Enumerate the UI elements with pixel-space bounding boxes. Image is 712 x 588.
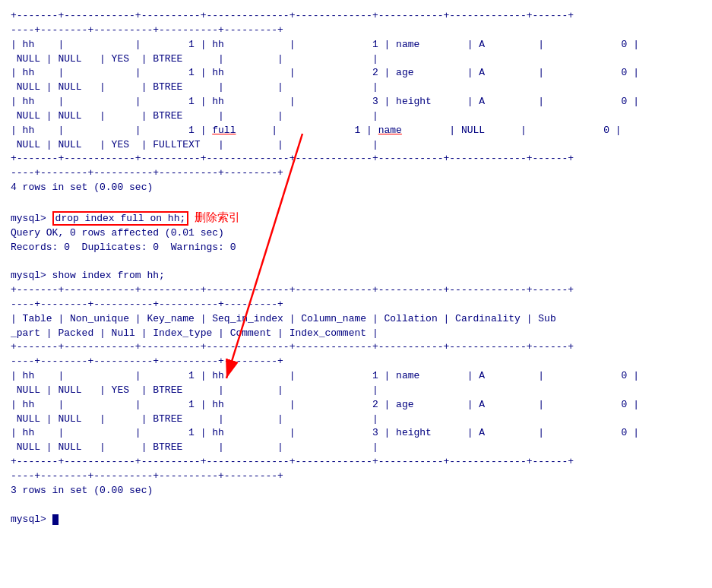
col-headers-1: | Table | Non_unique | Key_name | Seq_in… bbox=[11, 312, 712, 327]
final-prompt[interactable]: mysql> bbox=[11, 513, 712, 527]
empty-3 bbox=[11, 498, 712, 513]
drop-command-line: mysql> drop index full on hh; 删除索引 bbox=[11, 210, 712, 226]
sep-3-2: ----+--------+----------+----------+----… bbox=[11, 355, 712, 369]
row2-hh-height-b: NULL | NULL | | BTREE | | | bbox=[11, 441, 712, 455]
row2-hh-height: | hh | | 1 | hh | 3 | height | A | 0 | bbox=[11, 426, 712, 441]
terminal-window: +-------+------------+----------+-------… bbox=[6, 6, 712, 588]
drop-command-box: drop index full on hh; bbox=[52, 211, 189, 226]
sep-bot-1: +-------+------------+----------+-------… bbox=[11, 152, 712, 166]
full-col-name: name bbox=[378, 125, 402, 136]
empty-1 bbox=[11, 195, 712, 210]
row2-hh-name: | hh | | 1 | hh | 1 | name | A | 0 | bbox=[11, 369, 712, 384]
records-line: Records: 0 Duplicates: 0 Warnings: 0 bbox=[11, 241, 712, 255]
sep-4-1: +-------+------------+----------+-------… bbox=[11, 455, 712, 469]
sep-line-2: ----+--------+----------+----------+----… bbox=[11, 24, 712, 38]
full-index-name: full bbox=[212, 125, 236, 136]
show-index-cmd: mysql> show index from hh; bbox=[11, 269, 712, 283]
sep-4-2: ----+--------+----------+----------+----… bbox=[11, 469, 712, 484]
annotation-label: 删除索引 bbox=[188, 211, 240, 223]
row-hh-age-1b: NULL | NULL | | BTREE | | | bbox=[11, 81, 712, 95]
row-hh-age-1: | hh | | 1 | hh | 2 | age | A | 0 | bbox=[11, 66, 712, 81]
row-hh-name-1b: NULL | NULL | YES | BTREE | | | bbox=[11, 52, 712, 67]
row2-hh-age-b: NULL | NULL | | BTREE | | | bbox=[11, 413, 712, 427]
row2-hh-name-b: NULL | NULL | YES | BTREE | | | bbox=[11, 384, 712, 398]
sep-2-1: +-------+------------+----------+-------… bbox=[11, 283, 712, 298]
sep-2-2: ----+--------+----------+----------+----… bbox=[11, 298, 712, 312]
sep-bot-2: ----+--------+----------+----------+----… bbox=[11, 166, 712, 181]
query-ok-line: Query OK, 0 rows affected (0.01 sec) bbox=[11, 226, 712, 241]
cursor-block bbox=[52, 514, 59, 525]
row-hh-full-b: NULL | NULL | YES | FULLTEXT | | | bbox=[11, 138, 712, 153]
col-headers-2: _part | Packed | Null | Index_type | Com… bbox=[11, 327, 712, 341]
empty-2 bbox=[11, 254, 712, 269]
row-hh-height-1b: NULL | NULL | | BTREE | | | bbox=[11, 109, 712, 124]
row-count-2: 3 rows in set (0.00 sec) bbox=[11, 484, 712, 498]
row-hh-name-1: | hh | | 1 | hh | 1 | name | A | 0 | bbox=[11, 38, 712, 52]
row-count-1: 4 rows in set (0.00 sec) bbox=[11, 181, 712, 195]
sep-line-1: +-------+------------+----------+-------… bbox=[11, 9, 712, 24]
row-hh-height-1: | hh | | 1 | hh | 3 | height | A | 0 | bbox=[11, 95, 712, 109]
row-hh-full: | hh | | 1 | full | 1 | name | NULL | 0 … bbox=[11, 124, 712, 138]
row2-hh-age: | hh | | 1 | hh | 2 | age | A | 0 | bbox=[11, 398, 712, 413]
sep-3-1: +-------+------------+----------+-------… bbox=[11, 340, 712, 355]
